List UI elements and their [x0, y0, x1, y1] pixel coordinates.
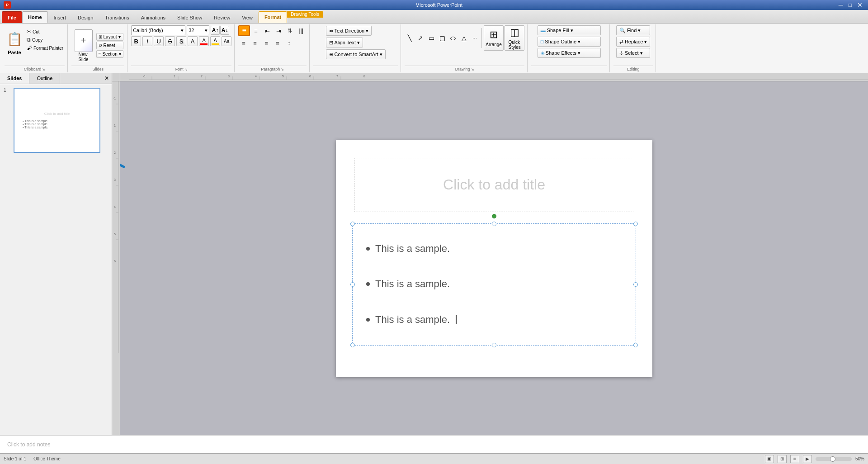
shape-more-btn[interactable]: ⋯: [470, 33, 480, 43]
tab-format[interactable]: Format: [259, 11, 287, 23]
replace-button[interactable]: ⇄ Replace ▾: [616, 37, 650, 47]
title-placeholder[interactable]: Click to add title: [354, 158, 634, 212]
text-direction-button[interactable]: ⇔ Text Direction ▾: [326, 26, 372, 36]
shadow-button[interactable]: S: [176, 36, 186, 46]
strikethrough-button[interactable]: S: [165, 36, 175, 46]
slide-thumb-1[interactable]: Click to add title This is a sample. Thi…: [14, 88, 100, 153]
font-size-selector[interactable]: 32 ▾: [187, 25, 209, 35]
copy-button[interactable]: ⧉ Copy: [25, 36, 65, 43]
minimize-btn[interactable]: ─: [837, 1, 845, 9]
underline-button[interactable]: U: [154, 36, 164, 46]
columns-button[interactable]: |||: [296, 26, 307, 36]
bullets-button[interactable]: ≡: [238, 25, 250, 36]
shape-line-icon: ╲: [408, 34, 411, 42]
view-slide-sorter-button[interactable]: ⊞: [778, 455, 787, 463]
font-increase-button[interactable]: A↑: [211, 26, 220, 35]
tab-review[interactable]: Review: [208, 11, 236, 23]
change-case-button[interactable]: Aa: [222, 36, 231, 46]
close-panel-button[interactable]: ✕: [102, 73, 112, 84]
status-right: ▣ ⊞ ≡ ▶ 50%: [765, 455, 864, 463]
bullet-dot-2: [366, 282, 370, 286]
view-reading-button[interactable]: ≡: [790, 455, 799, 463]
align-center-button[interactable]: ≡: [250, 38, 260, 48]
shape-round-btn[interactable]: ▢: [437, 33, 447, 43]
shape-rect-btn[interactable]: ▭: [426, 33, 436, 43]
text-highlight-button[interactable]: A: [210, 36, 220, 46]
tab-transitions[interactable]: Transitions: [99, 11, 135, 23]
shape-rect-icon: ▭: [429, 34, 434, 42]
tab-view[interactable]: View: [236, 11, 259, 23]
layout-button[interactable]: ⊞ Layout ▾: [96, 33, 123, 41]
zoom-slider[interactable]: [816, 457, 852, 461]
svg-text:-1: -1: [143, 75, 146, 78]
thumb-title: Click to add title: [44, 112, 70, 116]
italic-button[interactable]: I: [142, 36, 152, 46]
shape-effects-button[interactable]: ◈ Shape Effects ▾: [538, 48, 601, 58]
quick-styles-button[interactable]: ◫ QuickStyles: [505, 25, 524, 51]
shape-more-icon: ⋯: [472, 36, 477, 41]
text-dir-row-1: ⇔ Text Direction ▾: [326, 25, 372, 36]
find-button[interactable]: 🔍 Find ▾: [616, 25, 650, 35]
font-family-selector[interactable]: Calibri (Body) ▾: [131, 25, 185, 35]
paragraph-expand-icon[interactable]: ↘: [281, 67, 284, 71]
shape-fill-button[interactable]: ▬ Shape Fill ▾: [538, 25, 601, 35]
paste-button[interactable]: 📋 Paste: [5, 27, 24, 56]
justify-button[interactable]: ≡: [272, 38, 283, 48]
tab-design[interactable]: Design: [72, 11, 99, 23]
increase-indent-icon: ⇥: [276, 28, 281, 34]
numbering-button[interactable]: ≡: [250, 26, 261, 36]
close-btn[interactable]: ✕: [855, 1, 864, 9]
font-decrease-button[interactable]: A↓: [220, 26, 229, 35]
new-slide-button[interactable]: + NewSlide: [73, 28, 94, 63]
convert-smartart-button[interactable]: ⊕ Convert to SmartArt ▾: [326, 49, 386, 59]
font-color-button[interactable]: A: [199, 36, 209, 46]
tab-file[interactable]: File: [2, 11, 22, 23]
format-painter-button[interactable]: 🖌 Format Painter: [25, 44, 65, 52]
paragraph-group: ≡ ≡ ⇤ ⇥ ⇅ ||| ≡: [236, 24, 310, 72]
shape-arrow-btn[interactable]: ↗: [415, 33, 425, 43]
content-placeholder[interactable]: This is a sample. This is a sample. This…: [352, 223, 636, 346]
svg-text:7: 7: [336, 75, 338, 78]
slides-panel: Slides Outline ✕ 1 Click to add title Th…: [0, 73, 112, 435]
drawing-group: ╲ ↗ ▭ ▢ ⬭ △ ⋯ ⊞ Arrange ◫ QuickStyles Dr…: [402, 24, 528, 72]
reset-button[interactable]: ↺ Reset: [96, 42, 123, 49]
shape-outline-button[interactable]: □ Shape Outline ▾: [538, 37, 601, 47]
outline-tab[interactable]: Outline: [29, 73, 60, 84]
align-left-button[interactable]: ≡: [238, 38, 249, 48]
window-controls: ─ □ ✕: [837, 0, 868, 10]
view-presentation-button[interactable]: ▶: [803, 455, 812, 463]
tab-home[interactable]: Home: [22, 11, 48, 23]
maximize-btn[interactable]: □: [847, 2, 854, 8]
font-expand-icon[interactable]: ↘: [184, 67, 188, 71]
increase-indent-button[interactable]: ⇥: [273, 26, 284, 36]
bold-button[interactable]: B: [131, 36, 141, 46]
align-right-button[interactable]: ≡: [261, 38, 272, 48]
clear-formatting-button[interactable]: A: [188, 36, 198, 46]
select-button[interactable]: ⊹ Select ▾: [616, 48, 650, 58]
slide-thumbnail-area: 1 Click to add title This is a sample. T…: [0, 84, 112, 435]
line-spacing-button[interactable]: ↕: [283, 38, 294, 48]
shape-triangle-btn[interactable]: △: [459, 33, 469, 43]
clipboard-expand-icon[interactable]: ↘: [42, 67, 45, 71]
text-direction-small-button[interactable]: ⇅: [284, 26, 295, 36]
slides-tab[interactable]: Slides: [0, 73, 29, 84]
tab-insert[interactable]: Insert: [48, 11, 72, 23]
shape-line-btn[interactable]: ╲: [405, 33, 415, 43]
cut-button[interactable]: ✂ Cut: [25, 28, 65, 35]
decrease-indent-button[interactable]: ⇤: [262, 26, 273, 36]
shape-oval-btn[interactable]: ⬭: [448, 33, 458, 43]
notes-area[interactable]: Click to add notes: [0, 435, 868, 453]
drawing-expand-icon[interactable]: ↘: [471, 67, 474, 71]
svg-text:2: 2: [114, 151, 116, 154]
view-normal-button[interactable]: ▣: [765, 455, 774, 463]
section-button[interactable]: ≡ Section ▾: [96, 50, 123, 58]
align-text-button[interactable]: ⊟ Align Text ▾: [326, 38, 363, 47]
arrange-button[interactable]: ⊞ Arrange: [484, 25, 504, 51]
tab-animations[interactable]: Animations: [135, 11, 171, 23]
clipboard-label: Clipboard ↘: [5, 66, 65, 71]
tab-slideshow[interactable]: Slide Show: [171, 11, 208, 23]
canvas-area: -1 1 2 3 4 5 6 7 8: [112, 73, 868, 435]
shape-fill-label: Shape Fill ▾: [547, 28, 573, 33]
svg-text:5: 5: [114, 232, 116, 236]
strikethrough-icon: S: [168, 38, 172, 45]
